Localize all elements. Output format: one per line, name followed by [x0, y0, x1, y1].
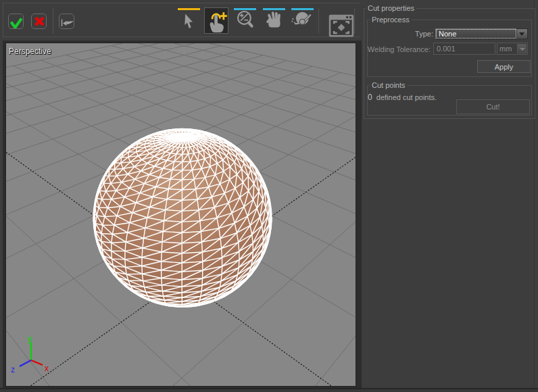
svg-text:z: z	[11, 365, 15, 374]
svg-text:y: y	[28, 334, 32, 343]
svg-text:x: x	[45, 364, 49, 373]
